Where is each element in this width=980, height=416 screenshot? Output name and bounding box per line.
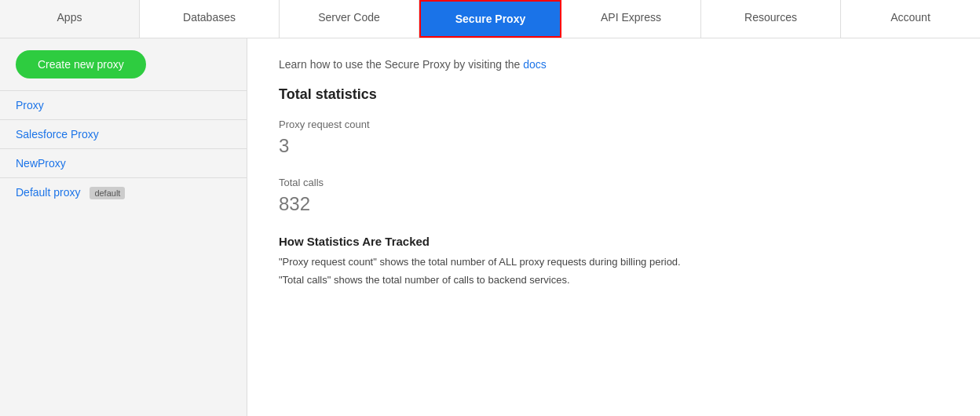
nav-item-api-express[interactable]: API Express [561,0,701,38]
how-statistics-title: How Statistics Are Tracked [279,235,949,248]
salesforce-proxy-link[interactable]: Salesforce Proxy [16,128,99,140]
proxy-request-count-block: Proxy request count 3 [279,119,949,157]
create-button-wrap: Create new proxy [0,50,247,90]
list-item[interactable]: Default proxy default [0,177,247,206]
docs-link[interactable]: docs [523,58,547,71]
total-calls-value: 832 [279,193,949,215]
default-proxy-link[interactable]: Default proxy [16,186,80,199]
total-calls-block: Total calls 832 [279,177,949,215]
create-new-proxy-button[interactable]: Create new proxy [16,50,146,78]
proxy-request-count-value: 3 [279,135,949,157]
content-area: Learn how to use the Secure Proxy by vis… [247,38,980,416]
total-statistics-title: Total statistics [279,86,949,103]
list-item[interactable]: Salesforce Proxy [0,119,247,148]
top-nav: Apps Databases Server Code Secure Proxy … [0,0,980,38]
proxy-request-count-label: Proxy request count [279,119,949,130]
main-layout: Create new proxy Proxy Salesforce Proxy … [0,38,980,416]
total-calls-label: Total calls [279,177,949,188]
how-text-1: "Proxy request count" shows the total nu… [279,256,949,268]
nav-item-account[interactable]: Account [841,0,980,38]
list-item[interactable]: Proxy [0,90,247,119]
new-proxy-link[interactable]: NewProxy [16,157,66,170]
how-text-2: "Total calls" shows the total number of … [279,274,949,286]
proxy-link[interactable]: Proxy [16,99,44,111]
default-badge: default [90,187,125,199]
proxy-list: Proxy Salesforce Proxy NewProxy Default … [0,90,247,206]
nav-item-apps[interactable]: Apps [0,0,140,38]
nav-item-resources[interactable]: Resources [701,0,841,38]
list-item[interactable]: NewProxy [0,148,247,177]
nav-item-server-code[interactable]: Server Code [280,0,419,38]
nav-item-secure-proxy[interactable]: Secure Proxy [419,0,561,38]
sidebar: Create new proxy Proxy Salesforce Proxy … [0,38,247,416]
intro-text: Learn how to use the Secure Proxy by vis… [279,58,949,71]
nav-item-databases[interactable]: Databases [140,0,280,38]
